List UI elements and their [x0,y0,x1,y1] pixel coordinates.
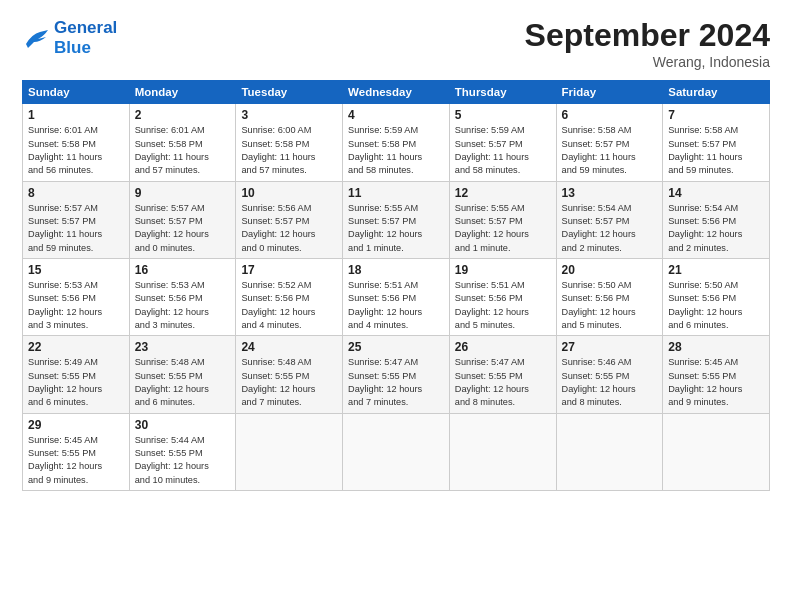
calendar-table: Sunday Monday Tuesday Wednesday Thursday… [22,80,770,491]
calendar-cell: 19Sunrise: 5:51 AMSunset: 5:56 PMDayligh… [449,258,556,335]
calendar-week-4: 22Sunrise: 5:49 AMSunset: 5:55 PMDayligh… [23,336,770,413]
calendar-cell: 26Sunrise: 5:47 AMSunset: 5:55 PMDayligh… [449,336,556,413]
cell-info: and 56 minutes. [28,164,124,177]
cell-info: Sunrise: 6:01 AM [28,124,124,137]
cell-info: and 58 minutes. [348,164,444,177]
cell-info: Sunrise: 5:58 AM [668,124,764,137]
day-number: 10 [241,186,337,200]
header-saturday: Saturday [663,81,770,104]
cell-info: and 7 minutes. [348,396,444,409]
cell-info: Sunset: 5:57 PM [241,215,337,228]
cell-info: Sunset: 5:57 PM [455,215,551,228]
cell-info: Daylight: 11 hours [348,151,444,164]
cell-info: Daylight: 12 hours [348,228,444,241]
cell-info: Sunset: 5:57 PM [28,215,124,228]
cell-info: and 0 minutes. [241,242,337,255]
cell-info: Sunset: 5:56 PM [28,292,124,305]
calendar-cell: 24Sunrise: 5:48 AMSunset: 5:55 PMDayligh… [236,336,343,413]
calendar-cell: 15Sunrise: 5:53 AMSunset: 5:56 PMDayligh… [23,258,130,335]
calendar-cell: 16Sunrise: 5:53 AMSunset: 5:56 PMDayligh… [129,258,236,335]
cell-info: Daylight: 12 hours [348,306,444,319]
calendar-cell: 9Sunrise: 5:57 AMSunset: 5:57 PMDaylight… [129,181,236,258]
day-number: 26 [455,340,551,354]
calendar-cell: 20Sunrise: 5:50 AMSunset: 5:56 PMDayligh… [556,258,663,335]
cell-info: Sunrise: 5:59 AM [348,124,444,137]
calendar-cell [343,413,450,490]
calendar-cell: 2Sunrise: 6:01 AMSunset: 5:58 PMDaylight… [129,104,236,181]
cell-info: Sunset: 5:55 PM [28,447,124,460]
calendar-cell: 1Sunrise: 6:01 AMSunset: 5:58 PMDaylight… [23,104,130,181]
cell-info: Daylight: 11 hours [28,151,124,164]
cell-info: Sunset: 5:55 PM [455,370,551,383]
calendar-cell: 5Sunrise: 5:59 AMSunset: 5:57 PMDaylight… [449,104,556,181]
cell-info: Daylight: 11 hours [28,228,124,241]
calendar-cell: 11Sunrise: 5:55 AMSunset: 5:57 PMDayligh… [343,181,450,258]
cell-info: Sunrise: 5:47 AM [348,356,444,369]
cell-info: Sunrise: 5:47 AM [455,356,551,369]
cell-info: and 1 minute. [455,242,551,255]
cell-info: Sunrise: 5:54 AM [668,202,764,215]
calendar-cell: 10Sunrise: 5:56 AMSunset: 5:57 PMDayligh… [236,181,343,258]
cell-info: and 0 minutes. [135,242,231,255]
day-number: 5 [455,108,551,122]
calendar-cell: 7Sunrise: 5:58 AMSunset: 5:57 PMDaylight… [663,104,770,181]
cell-info: Sunrise: 5:51 AM [455,279,551,292]
logo-icon [22,26,50,50]
cell-info: Sunset: 5:56 PM [562,292,658,305]
cell-info: Sunrise: 5:52 AM [241,279,337,292]
cell-info: and 8 minutes. [455,396,551,409]
cell-info: Daylight: 12 hours [28,460,124,473]
cell-info: Sunset: 5:56 PM [135,292,231,305]
cell-info: Sunrise: 5:48 AM [241,356,337,369]
cell-info: Sunset: 5:58 PM [241,138,337,151]
cell-info: Sunset: 5:56 PM [348,292,444,305]
cell-info: Sunrise: 5:57 AM [28,202,124,215]
cell-info: Daylight: 12 hours [562,383,658,396]
cell-info: Daylight: 11 hours [562,151,658,164]
calendar-cell [236,413,343,490]
cell-info: Daylight: 12 hours [28,306,124,319]
calendar-week-3: 15Sunrise: 5:53 AMSunset: 5:56 PMDayligh… [23,258,770,335]
logo-text: General Blue [54,18,117,57]
cell-info: Daylight: 12 hours [668,306,764,319]
cell-info: Daylight: 12 hours [241,228,337,241]
cell-info: Sunrise: 5:53 AM [135,279,231,292]
cell-info: Sunrise: 5:56 AM [241,202,337,215]
cell-info: Sunset: 5:55 PM [668,370,764,383]
cell-info: Sunset: 5:55 PM [135,370,231,383]
cell-info: and 57 minutes. [135,164,231,177]
cell-info: and 5 minutes. [455,319,551,332]
month-title: September 2024 [525,18,770,53]
calendar-cell: 3Sunrise: 6:00 AMSunset: 5:58 PMDaylight… [236,104,343,181]
cell-info: Sunrise: 5:46 AM [562,356,658,369]
cell-info: Daylight: 12 hours [562,228,658,241]
cell-info: Daylight: 12 hours [135,383,231,396]
day-number: 2 [135,108,231,122]
day-number: 16 [135,263,231,277]
cell-info: Sunset: 5:56 PM [668,292,764,305]
cell-info: and 10 minutes. [135,474,231,487]
calendar-cell: 29Sunrise: 5:45 AMSunset: 5:55 PMDayligh… [23,413,130,490]
cell-info: Sunset: 5:58 PM [28,138,124,151]
calendar-cell [556,413,663,490]
cell-info: Daylight: 12 hours [135,228,231,241]
calendar-week-1: 1Sunrise: 6:01 AMSunset: 5:58 PMDaylight… [23,104,770,181]
cell-info: and 9 minutes. [28,474,124,487]
calendar-cell: 8Sunrise: 5:57 AMSunset: 5:57 PMDaylight… [23,181,130,258]
cell-info: Daylight: 12 hours [668,228,764,241]
cell-info: Sunset: 5:57 PM [562,215,658,228]
cell-info: Sunrise: 5:59 AM [455,124,551,137]
calendar-header-row: Sunday Monday Tuesday Wednesday Thursday… [23,81,770,104]
cell-info: Daylight: 12 hours [455,306,551,319]
day-number: 29 [28,418,124,432]
day-number: 14 [668,186,764,200]
day-number: 27 [562,340,658,354]
cell-info: and 9 minutes. [668,396,764,409]
cell-info: Daylight: 12 hours [135,460,231,473]
header-monday: Monday [129,81,236,104]
cell-info: and 4 minutes. [241,319,337,332]
calendar-cell [663,413,770,490]
cell-info: Daylight: 11 hours [241,151,337,164]
title-block: September 2024 Werang, Indonesia [525,18,770,70]
cell-info: Sunrise: 5:53 AM [28,279,124,292]
